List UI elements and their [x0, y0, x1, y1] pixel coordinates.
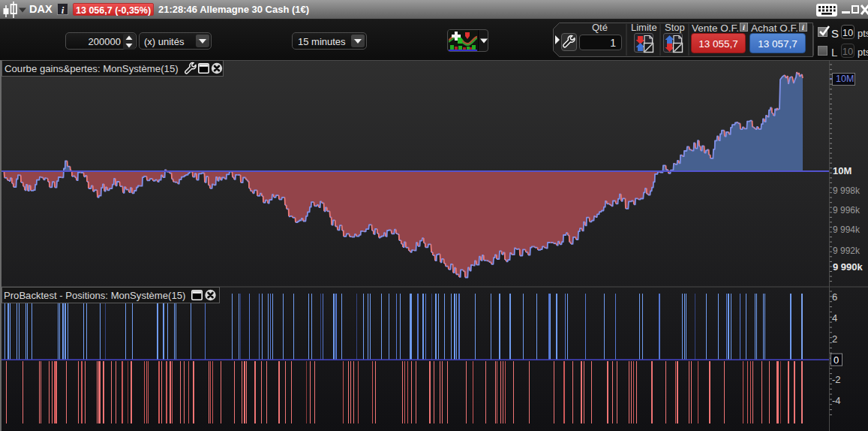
svg-text:9 998k: 9 998k — [833, 185, 860, 196]
svg-text:-4: -4 — [832, 395, 841, 406]
svg-text:4: 4 — [832, 312, 837, 324]
svg-text:ProBacktest - Positions: MonSy: ProBacktest - Positions: MonSystème(15) — [4, 290, 185, 301]
svg-text:9 990k: 9 990k — [833, 261, 863, 273]
svg-text:2: 2 — [832, 333, 837, 345]
svg-text:10M: 10M — [836, 74, 854, 84]
svg-text:-2: -2 — [832, 374, 841, 385]
svg-text:Courbe gains&pertes: MonSystèm: Courbe gains&pertes: MonSystème(15) — [5, 63, 179, 74]
svg-text:9 994k: 9 994k — [833, 225, 860, 235]
svg-text:9 992k: 9 992k — [833, 246, 860, 256]
svg-text:6: 6 — [832, 291, 837, 303]
svg-text:10M: 10M — [833, 165, 851, 176]
svg-text:0: 0 — [833, 354, 839, 366]
svg-text:9 996k: 9 996k — [833, 205, 860, 216]
